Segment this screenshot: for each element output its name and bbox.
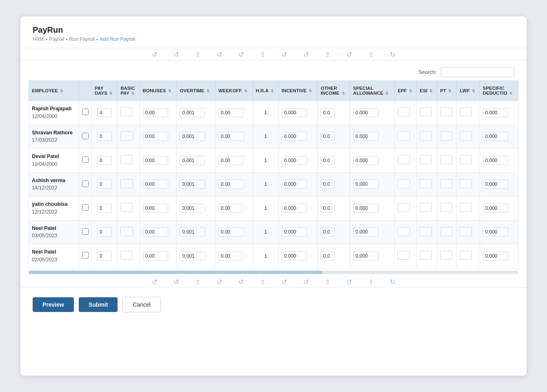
- incentive-input-2[interactable]: [282, 156, 307, 165]
- sort-icon-pt[interactable]: ⇅: [448, 89, 451, 93]
- sort-icon-overtime[interactable]: ⇅: [207, 89, 210, 93]
- page-icon-3[interactable]: ⇧: [195, 51, 200, 58]
- pay-days-input-0[interactable]: [97, 108, 112, 117]
- pay-days-input-6[interactable]: [97, 252, 112, 261]
- incentive-input-0[interactable]: [282, 108, 307, 117]
- specific-deduction-input-0[interactable]: [483, 108, 508, 117]
- scroll-thumb[interactable]: [29, 271, 322, 274]
- bottom-icon-8[interactable]: ↺: [303, 278, 309, 286]
- sort-icon-employee[interactable]: ⇅: [60, 89, 63, 93]
- sort-icon-weekoff[interactable]: ⇅: [244, 89, 247, 93]
- specific-deduction-input-5[interactable]: [483, 227, 508, 236]
- specific-deduction-input-1[interactable]: [483, 132, 508, 141]
- bonuses-input-3[interactable]: [143, 180, 168, 189]
- incentive-input-1[interactable]: [282, 132, 307, 141]
- cancel-button[interactable]: Cancel: [122, 297, 161, 312]
- specific-deduction-input-3[interactable]: [483, 180, 508, 189]
- bonuses-input-0[interactable]: [143, 108, 168, 117]
- sort-icon-hra[interactable]: ⇅: [271, 89, 274, 93]
- weekoff-input-1[interactable]: [218, 132, 244, 141]
- page-icon-5[interactable]: ↺: [238, 51, 244, 58]
- pay-days-input-4[interactable]: [97, 204, 112, 213]
- overtime-input-6[interactable]: [180, 252, 205, 261]
- bottom-icon-2[interactable]: ↺: [173, 278, 179, 286]
- bonuses-input-6[interactable]: [143, 252, 168, 261]
- special-allowance-input-3[interactable]: [353, 180, 378, 189]
- bottom-icon-5[interactable]: ↺: [238, 278, 244, 286]
- sort-icon-basicpay[interactable]: ⇅: [131, 91, 135, 96]
- page-icon-10[interactable]: ↺: [347, 51, 352, 58]
- weekoff-input-0[interactable]: [218, 108, 244, 117]
- sort-icon-special-allowance[interactable]: ⇅: [385, 91, 389, 96]
- bonuses-input-4[interactable]: [143, 204, 168, 213]
- special-allowance-input-1[interactable]: [353, 132, 378, 141]
- bonuses-input-5[interactable]: [143, 227, 168, 236]
- sort-icon-other-income[interactable]: ⇅: [342, 91, 345, 96]
- bottom-icon-4[interactable]: ↺: [217, 278, 222, 286]
- incentive-input-5[interactable]: [282, 227, 307, 236]
- bottom-icon-11[interactable]: ⇧: [368, 278, 374, 286]
- prev-icon[interactable]: ↺: [152, 51, 157, 58]
- overtime-input-0[interactable]: [180, 108, 205, 117]
- page-icon-8[interactable]: ↺: [303, 51, 309, 58]
- bonuses-input-2[interactable]: [143, 156, 168, 165]
- bottom-icon-12[interactable]: ↻: [390, 278, 395, 286]
- row-checkbox-2[interactable]: [82, 156, 89, 163]
- row-checkbox-0[interactable]: [82, 109, 89, 115]
- sort-icon-paydays[interactable]: ⇅: [109, 91, 113, 96]
- pay-days-input-5[interactable]: [97, 227, 112, 236]
- bottom-icon-3[interactable]: ⇧: [195, 278, 200, 286]
- special-allowance-input-0[interactable]: [353, 108, 378, 117]
- incentive-input-4[interactable]: [282, 204, 307, 213]
- overtime-input-4[interactable]: [180, 204, 205, 213]
- other-income-input-2[interactable]: [320, 156, 335, 165]
- specific-deduction-input-2[interactable]: [483, 156, 508, 165]
- incentive-input-6[interactable]: [282, 252, 307, 261]
- page-icon-11[interactable]: ⇧: [368, 51, 374, 58]
- special-allowance-input-6[interactable]: [353, 252, 378, 261]
- overtime-input-5[interactable]: [180, 227, 205, 236]
- weekoff-input-5[interactable]: [218, 227, 244, 236]
- specific-deduction-input-4[interactable]: [483, 204, 508, 213]
- sort-icon-specific-deduction[interactable]: ⇅: [509, 91, 513, 96]
- row-checkbox-6[interactable]: [82, 252, 89, 258]
- pay-days-input-2[interactable]: [97, 156, 112, 165]
- page-icon-7[interactable]: ↺: [282, 51, 287, 58]
- sort-icon-epf[interactable]: ⇅: [409, 89, 412, 93]
- bonuses-input-1[interactable]: [143, 132, 168, 141]
- bottom-icon-9[interactable]: ⇧: [325, 278, 330, 286]
- weekoff-input-3[interactable]: [218, 180, 244, 189]
- overtime-input-3[interactable]: [180, 180, 205, 189]
- weekoff-input-6[interactable]: [218, 252, 244, 261]
- submit-button[interactable]: Submit: [79, 297, 118, 312]
- other-income-input-5[interactable]: [320, 227, 335, 236]
- page-icon-2[interactable]: ↺: [173, 51, 179, 58]
- overtime-input-1[interactable]: [180, 132, 205, 141]
- specific-deduction-input-6[interactable]: [483, 252, 508, 261]
- sort-icon-bonuses[interactable]: ⇅: [168, 89, 171, 93]
- other-income-input-1[interactable]: [320, 132, 335, 141]
- incentive-input-3[interactable]: [282, 180, 307, 189]
- preview-button[interactable]: Preview: [33, 297, 74, 312]
- weekoff-input-2[interactable]: [218, 156, 244, 165]
- row-checkbox-1[interactable]: [82, 133, 89, 139]
- bottom-icon-1[interactable]: ↺: [152, 278, 157, 286]
- special-allowance-input-4[interactable]: [353, 204, 378, 213]
- sort-icon-lwf[interactable]: ⇅: [472, 89, 475, 93]
- bottom-icon-7[interactable]: ↺: [282, 278, 287, 286]
- horizontal-scrollbar[interactable]: [29, 271, 518, 274]
- page-icon-6[interactable]: ⇧: [260, 51, 265, 58]
- sort-icon-incentive[interactable]: ⇅: [309, 89, 312, 93]
- special-allowance-input-5[interactable]: [353, 227, 378, 236]
- row-checkbox-3[interactable]: [82, 180, 89, 187]
- page-icon-4[interactable]: ↺: [217, 51, 222, 58]
- weekoff-input-4[interactable]: [218, 204, 244, 213]
- other-income-input-0[interactable]: [320, 108, 335, 117]
- search-input[interactable]: [441, 67, 514, 77]
- sort-icon-esi[interactable]: ⇅: [429, 89, 433, 93]
- next-icon[interactable]: ↻: [390, 51, 395, 58]
- page-icon-9[interactable]: ⇧: [325, 51, 330, 58]
- overtime-input-2[interactable]: [180, 156, 205, 165]
- other-income-input-6[interactable]: [320, 252, 335, 261]
- row-checkbox-5[interactable]: [82, 228, 89, 235]
